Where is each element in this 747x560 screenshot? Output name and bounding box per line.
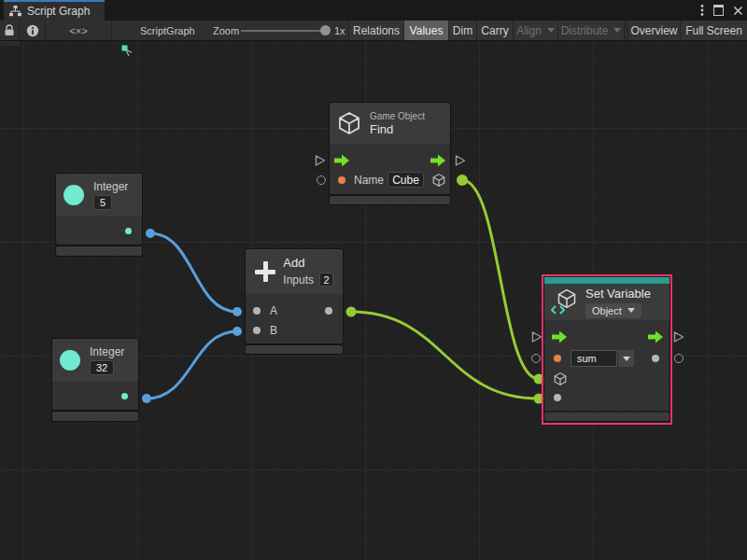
integer-output-port[interactable]	[125, 228, 132, 234]
canvas-corner-chip	[0, 41, 20, 46]
find-name-label: Name	[354, 174, 384, 187]
maximize-icon[interactable]	[713, 5, 724, 16]
scope-caret-icon	[627, 308, 635, 313]
node-gameobject-find[interactable]: Game Object Find Name Cube	[330, 103, 450, 204]
gameobject-input-port-icon[interactable]	[554, 372, 568, 386]
add-input-a-label: A	[270, 304, 277, 317]
variable-name-field[interactable]: sum	[571, 350, 617, 367]
add-input-b-port[interactable]	[253, 327, 261, 334]
zoom-slider-handle[interactable]	[320, 25, 331, 35]
inputs-count-field[interactable]: 2	[319, 273, 333, 287]
align-caret-icon	[547, 28, 555, 33]
add-output-port[interactable]	[325, 307, 332, 315]
kebab-menu-icon[interactable]	[700, 4, 704, 17]
distribute-caret-icon	[613, 28, 621, 33]
variable-color-strip	[544, 277, 669, 285]
node-footer	[544, 413, 669, 421]
flow-in-arrow-icon[interactable]	[334, 155, 349, 167]
node-title: Integer	[93, 180, 128, 193]
values-button[interactable]: Values	[404, 21, 449, 40]
values-label: Values	[410, 24, 444, 37]
flow-out-arrow-icon[interactable]	[648, 331, 663, 343]
setvariable-output-marker[interactable]	[674, 354, 684, 363]
align-dropdown[interactable]: Align	[514, 21, 558, 40]
carry-button[interactable]: Carry	[477, 21, 514, 40]
node-footer	[56, 246, 142, 256]
carry-label: Carry	[481, 24, 508, 37]
find-name-field[interactable]: Cube	[388, 172, 424, 188]
gameobject-output-port-icon[interactable]	[432, 174, 446, 188]
add-input-a-port[interactable]	[253, 307, 261, 315]
setvariable-name-input-marker[interactable]	[531, 354, 541, 363]
window-controls	[700, 3, 743, 18]
integer-output-port[interactable]	[121, 393, 128, 399]
node-footer	[52, 412, 138, 421]
node-footer	[246, 345, 343, 354]
tab-title: Script Graph	[27, 5, 90, 18]
find-name-input-port[interactable]	[338, 176, 345, 184]
scriptgraph-icon	[121, 45, 134, 58]
lock-button[interactable]	[0, 21, 20, 40]
variable-name-input-port[interactable]	[554, 355, 561, 362]
flow-in-arrow-icon[interactable]	[552, 331, 567, 343]
node-title: Integer	[90, 345, 124, 358]
info-icon	[26, 24, 39, 37]
distribute-label: Distribute	[561, 24, 609, 37]
align-label: Align	[516, 24, 542, 37]
node-integer-5[interactable]: Integer 5	[56, 174, 142, 256]
flow-out-arrow-icon[interactable]	[430, 155, 445, 167]
script-graph-window: Script Graph <×> Sc	[0, 0, 747, 560]
fullscreen-label: Full Screen	[685, 24, 742, 37]
find-name-input-marker[interactable]	[317, 175, 326, 185]
setvariable-flow-in-marker[interactable]	[531, 331, 543, 343]
graph-name-label[interactable]: ScriptGraph	[140, 21, 195, 40]
code-view-button[interactable]: <×>	[46, 21, 112, 40]
tab-script-graph[interactable]: Script Graph	[4, 0, 105, 21]
node-category: Game Object	[370, 111, 425, 121]
integer-type-icon	[60, 350, 80, 371]
zoom-label: Zoom	[213, 21, 239, 40]
info-button[interactable]	[20, 21, 46, 40]
setvariable-flow-out-marker[interactable]	[673, 331, 684, 343]
node-add[interactable]: Add Inputs 2 A B	[246, 249, 343, 354]
graph-tree-icon	[9, 6, 21, 17]
scope-label: Object	[592, 305, 622, 316]
integer-type-icon	[63, 185, 84, 205]
set-variable-icon	[551, 288, 579, 316]
code-view-icon: <×>	[69, 25, 87, 36]
node-title: Set Variable	[585, 287, 651, 301]
gameobject-cube-icon	[337, 111, 361, 135]
distribute-dropdown[interactable]: Distribute	[558, 21, 625, 40]
overview-button[interactable]: Overview	[627, 21, 681, 40]
relations-label: Relations	[353, 24, 400, 37]
integer-value-field[interactable]: 5	[93, 195, 112, 210]
find-flow-in-marker[interactable]	[315, 155, 326, 167]
dim-button[interactable]: Dim	[449, 21, 477, 40]
node-footer	[330, 196, 450, 204]
integer-value-field[interactable]: 32	[90, 360, 114, 375]
add-input-b-label: B	[270, 324, 277, 337]
zoom-slider-track[interactable]	[241, 30, 329, 32]
overview-label: Overview	[630, 24, 677, 37]
relations-button[interactable]: Relations	[348, 21, 404, 40]
node-title: Find	[370, 123, 425, 136]
value-input-port[interactable]	[554, 394, 561, 401]
add-icon	[255, 261, 272, 282]
node-title: Add	[283, 257, 333, 270]
dim-label: Dim	[453, 24, 472, 37]
graph-toolbar: <×> ScriptGraph Zoom 1x Relations Values…	[0, 21, 747, 41]
node-integer-32[interactable]: Integer 32	[52, 339, 138, 421]
tab-bar: Script Graph	[0, 0, 747, 21]
zoom-value: 1x	[334, 21, 345, 40]
lock-icon	[4, 24, 15, 36]
node-set-variable-selected[interactable]: Set Variable Object sum	[542, 274, 672, 425]
fullscreen-button[interactable]: Full Screen	[681, 21, 747, 40]
variable-name-combo[interactable]: sum	[571, 350, 634, 367]
find-flow-out-marker[interactable]	[455, 155, 466, 167]
variable-scope-dropdown[interactable]: Object	[585, 303, 641, 318]
variable-name-dropdown-button[interactable]	[617, 350, 634, 367]
setvariable-output-port[interactable]	[652, 355, 659, 362]
inputs-label: Inputs	[283, 273, 314, 287]
close-icon[interactable]	[733, 6, 743, 16]
